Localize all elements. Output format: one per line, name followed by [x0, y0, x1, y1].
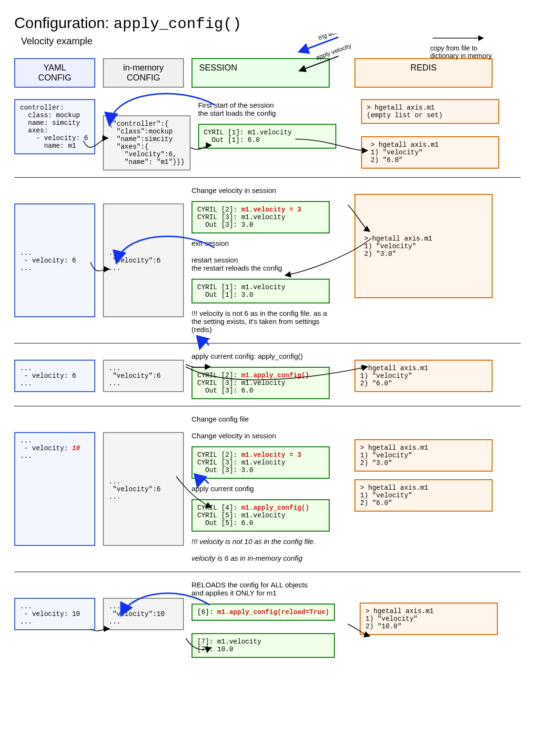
section-change-velocity: ... - velocity: 6 ... ... "velocity":6 .… — [14, 177, 521, 343]
redis-box-3: > hgetall axis.m1 1) "velocity" 2) "6.0" — [354, 360, 493, 392]
note-chvel2: Change velocity in session — [192, 430, 330, 443]
yaml-box-1: controller: class: mockup name: simcity … — [14, 99, 95, 154]
session-box-5b: [7]: m1.velocity [7]: 10.0 — [192, 633, 335, 658]
column-header-memory: in-memory CONFIG — [103, 58, 184, 88]
note-first-start: First start of the session the start loa… — [198, 99, 336, 120]
note-not10: !!! velocity is not 10 as in the config … — [192, 535, 330, 548]
session-box-2a: CYRIL [2]: m1.velocity = 3 CYRIL [3]: m1… — [192, 201, 330, 233]
note-chfile: Change config file — [192, 413, 330, 426]
yaml-box-5: ... - velocity: 10 ... — [14, 598, 95, 630]
legend-copy: copy from file to dictionary in memory — [430, 33, 502, 60]
yaml-box-3: ... - velocity: 6 ... — [14, 360, 95, 392]
redis-box-4a: > hgetall axis.m1 1) "velocity" 2) "3.0" — [354, 439, 493, 472]
section-apply-config: ... - velocity: 6 ... ... "velocity":6 .… — [14, 343, 521, 406]
redis-box-4b: > hgetall axis.m1 1) "velocity" 2) "6.0" — [354, 479, 493, 512]
note-change-vel: Change velocity in session — [192, 184, 330, 197]
note-restart: restart session the restart reloads the … — [192, 254, 330, 275]
note-reload: RELOADS the config for ALL objects and a… — [192, 579, 335, 600]
yaml-box-4: ... - velocity: 10 ... — [14, 432, 95, 546]
note-exit: exit session — [192, 237, 330, 250]
redis-box-2: > hgetall axis.m1 1) "velocity" 2) "3.0" — [354, 194, 493, 298]
redis-box-1b: > hgetall axis.m1 1) "velocity" 2) "6.0" — [361, 136, 499, 169]
page-title: Configuration: apply_config() — [14, 14, 521, 33]
legend-action-arrows: trig action apply velocity — [291, 33, 376, 71]
session-box-5a: [6]: m1.apply_config(reload=True) — [192, 604, 335, 621]
note-not6: !!! velocity is not 6 as in the config f… — [192, 307, 330, 336]
section-change-file: ... - velocity: 10 ... ... "velocity":6 … — [14, 406, 521, 572]
memory-box-1: {"controller":{ "class":mockup "name":si… — [103, 115, 191, 171]
note-is6: velocity is 6 as in in-memory config — [192, 552, 330, 565]
redis-box-1a: > hgetall axis.m1 (empty list or set) — [361, 99, 499, 124]
memory-box-2: ... "velocity":6 ... — [103, 203, 184, 317]
memory-box-4: ... "velocity":6 ... — [103, 432, 184, 546]
session-box-4b: CYRIL [4]: m1.apply_config() CYRIL [5]: … — [192, 499, 330, 532]
note-apply: apply current config: apply_config() — [192, 350, 330, 363]
session-box-3: CYRIL [2]: m1.apply_config() CYRIL [3]: … — [192, 367, 330, 399]
memory-box-3: ... "velocity":6 ... — [103, 360, 184, 392]
session-box-1: CYRIL [1]: m1.velocity Out [1]: 6.0 — [198, 124, 336, 149]
session-box-4a: CYRIL [2]: m1.velocity = 3 CYRIL [3]: m1… — [192, 446, 330, 479]
yaml-box-2: ... - velocity: 6 ... — [14, 203, 95, 317]
section-reload: ... - velocity: 10 ... ... "velocity":10… — [14, 572, 521, 665]
column-header-yaml: YAML CONFIG — [14, 58, 95, 88]
session-box-2b: CYRIL [1]: m1.velocity Out [1]: 3.0 — [192, 279, 330, 303]
section-first-start: controller: class: mockup name: simcity … — [14, 92, 521, 177]
redis-box-5: > hgetall axis.m1 1) "velocity" 2) "10.0… — [360, 603, 498, 635]
memory-box-5: ... "velocity":10 ... — [103, 598, 184, 630]
note-applycur: apply current config — [192, 483, 330, 495]
